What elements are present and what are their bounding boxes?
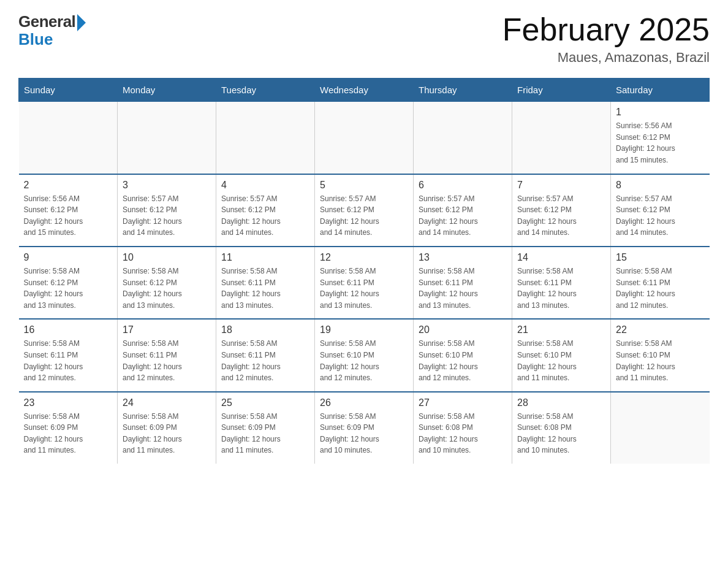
calendar-cell: 10Sunrise: 5:58 AMSunset: 6:12 PMDayligh… — [118, 247, 216, 319]
day-of-week-header: Wednesday — [315, 79, 414, 102]
day-number: 10 — [123, 252, 211, 263]
calendar-cell: 18Sunrise: 5:58 AMSunset: 6:11 PMDayligh… — [216, 319, 315, 391]
day-of-week-header: Tuesday — [216, 79, 315, 102]
day-info: Sunrise: 5:58 AMSunset: 6:11 PMDaylight:… — [123, 338, 211, 383]
day-number: 18 — [221, 324, 309, 335]
day-number: 22 — [616, 324, 705, 335]
day-info: Sunrise: 5:58 AMSunset: 6:08 PMDaylight:… — [419, 411, 507, 456]
day-info: Sunrise: 5:58 AMSunset: 6:11 PMDaylight:… — [517, 266, 605, 311]
day-number: 8 — [616, 180, 705, 191]
calendar-cell: 16Sunrise: 5:58 AMSunset: 6:11 PMDayligh… — [19, 319, 118, 391]
calendar-cell: 25Sunrise: 5:58 AMSunset: 6:09 PMDayligh… — [216, 392, 315, 464]
calendar-cell: 20Sunrise: 5:58 AMSunset: 6:10 PMDayligh… — [414, 319, 512, 391]
calendar-cell: 27Sunrise: 5:58 AMSunset: 6:08 PMDayligh… — [414, 392, 512, 464]
day-info: Sunrise: 5:58 AMSunset: 6:11 PMDaylight:… — [419, 266, 507, 311]
day-number: 23 — [24, 397, 113, 408]
day-info: Sunrise: 5:58 AMSunset: 6:11 PMDaylight:… — [221, 338, 309, 383]
day-number: 2 — [24, 180, 113, 191]
calendar-cell — [414, 102, 512, 174]
calendar-cell: 19Sunrise: 5:58 AMSunset: 6:10 PMDayligh… — [315, 319, 414, 391]
day-number: 26 — [320, 397, 408, 408]
calendar-cell: 7Sunrise: 5:57 AMSunset: 6:12 PMDaylight… — [512, 174, 611, 247]
day-info: Sunrise: 5:58 AMSunset: 6:11 PMDaylight:… — [616, 266, 705, 311]
calendar-cell: 1Sunrise: 5:56 AMSunset: 6:12 PMDaylight… — [611, 102, 710, 174]
day-info: Sunrise: 5:58 AMSunset: 6:12 PMDaylight:… — [24, 266, 113, 311]
calendar-cell: 3Sunrise: 5:57 AMSunset: 6:12 PMDaylight… — [118, 174, 216, 247]
day-number: 11 — [221, 252, 309, 263]
day-info: Sunrise: 5:58 AMSunset: 6:09 PMDaylight:… — [221, 411, 309, 456]
day-number: 7 — [517, 180, 605, 191]
calendar-week-row: 2Sunrise: 5:56 AMSunset: 6:12 PMDaylight… — [19, 174, 710, 247]
day-info: Sunrise: 5:57 AMSunset: 6:12 PMDaylight:… — [616, 193, 705, 239]
day-number: 20 — [419, 324, 507, 335]
calendar-cell: 2Sunrise: 5:56 AMSunset: 6:12 PMDaylight… — [19, 174, 118, 247]
calendar-cell: 14Sunrise: 5:58 AMSunset: 6:11 PMDayligh… — [512, 247, 611, 319]
calendar-cell: 5Sunrise: 5:57 AMSunset: 6:12 PMDaylight… — [315, 174, 414, 247]
calendar-cell: 26Sunrise: 5:58 AMSunset: 6:09 PMDayligh… — [315, 392, 414, 464]
day-number: 25 — [221, 397, 309, 408]
calendar-cell: 21Sunrise: 5:58 AMSunset: 6:10 PMDayligh… — [512, 319, 611, 391]
day-info: Sunrise: 5:58 AMSunset: 6:10 PMDaylight:… — [616, 338, 705, 383]
day-number: 28 — [517, 397, 605, 408]
calendar-week-row: 9Sunrise: 5:58 AMSunset: 6:12 PMDaylight… — [19, 247, 710, 319]
day-info: Sunrise: 5:58 AMSunset: 6:11 PMDaylight:… — [221, 266, 309, 311]
day-info: Sunrise: 5:57 AMSunset: 6:12 PMDaylight:… — [123, 193, 211, 239]
day-info: Sunrise: 5:56 AMSunset: 6:12 PMDaylight:… — [24, 193, 113, 239]
month-title: February 2025 — [502, 12, 710, 47]
day-info: Sunrise: 5:57 AMSunset: 6:12 PMDaylight:… — [221, 193, 309, 239]
day-info: Sunrise: 5:58 AMSunset: 6:09 PMDaylight:… — [24, 411, 113, 456]
day-info: Sunrise: 5:58 AMSunset: 6:11 PMDaylight:… — [24, 338, 113, 383]
day-number: 15 — [616, 252, 705, 263]
logo-blue-text: Blue — [18, 30, 53, 49]
calendar-week-row: 23Sunrise: 5:58 AMSunset: 6:09 PMDayligh… — [19, 392, 710, 464]
day-info: Sunrise: 5:58 AMSunset: 6:11 PMDaylight:… — [320, 266, 408, 311]
calendar-cell — [19, 102, 118, 174]
calendar-cell: 24Sunrise: 5:58 AMSunset: 6:09 PMDayligh… — [118, 392, 216, 464]
day-of-week-header: Sunday — [19, 79, 118, 102]
calendar-cell: 15Sunrise: 5:58 AMSunset: 6:11 PMDayligh… — [611, 247, 710, 319]
calendar-cell: 6Sunrise: 5:57 AMSunset: 6:12 PMDaylight… — [414, 174, 512, 247]
day-info: Sunrise: 5:58 AMSunset: 6:10 PMDaylight:… — [517, 338, 605, 383]
day-number: 12 — [320, 252, 408, 263]
day-number: 4 — [221, 180, 309, 191]
day-info: Sunrise: 5:57 AMSunset: 6:12 PMDaylight:… — [320, 193, 408, 239]
day-number: 3 — [123, 180, 211, 191]
calendar-cell — [512, 102, 611, 174]
day-number: 6 — [419, 180, 507, 191]
day-info: Sunrise: 5:57 AMSunset: 6:12 PMDaylight:… — [517, 193, 605, 239]
calendar-cell: 12Sunrise: 5:58 AMSunset: 6:11 PMDayligh… — [315, 247, 414, 319]
day-of-week-header: Thursday — [414, 79, 512, 102]
day-number: 19 — [320, 324, 408, 335]
day-of-week-header: Friday — [512, 79, 611, 102]
day-info: Sunrise: 5:58 AMSunset: 6:10 PMDaylight:… — [320, 338, 408, 383]
calendar-cell: 9Sunrise: 5:58 AMSunset: 6:12 PMDaylight… — [19, 247, 118, 319]
calendar-cell: 17Sunrise: 5:58 AMSunset: 6:11 PMDayligh… — [118, 319, 216, 391]
calendar-cell: 22Sunrise: 5:58 AMSunset: 6:10 PMDayligh… — [611, 319, 710, 391]
title-block: February 2025 Maues, Amazonas, Brazil — [502, 12, 710, 66]
day-of-week-header: Saturday — [611, 79, 710, 102]
calendar-week-row: 1Sunrise: 5:56 AMSunset: 6:12 PMDaylight… — [19, 102, 710, 174]
calendar-cell — [611, 392, 710, 464]
day-number: 1 — [616, 107, 705, 118]
calendar-cell: 4Sunrise: 5:57 AMSunset: 6:12 PMDaylight… — [216, 174, 315, 247]
logo-general-text: General — [18, 12, 75, 31]
day-number: 14 — [517, 252, 605, 263]
location-title: Maues, Amazonas, Brazil — [502, 50, 710, 66]
calendar-table: SundayMondayTuesdayWednesdayThursdayFrid… — [18, 78, 710, 464]
calendar-cell: 23Sunrise: 5:58 AMSunset: 6:09 PMDayligh… — [19, 392, 118, 464]
day-of-week-header: Monday — [118, 79, 216, 102]
calendar-cell — [315, 102, 414, 174]
day-number: 27 — [419, 397, 507, 408]
day-info: Sunrise: 5:56 AMSunset: 6:12 PMDaylight:… — [616, 120, 705, 166]
page-header: General Blue February 2025 Maues, Amazon… — [18, 12, 710, 66]
calendar-cell: 28Sunrise: 5:58 AMSunset: 6:08 PMDayligh… — [512, 392, 611, 464]
day-number: 5 — [320, 180, 408, 191]
calendar-cell: 8Sunrise: 5:57 AMSunset: 6:12 PMDaylight… — [611, 174, 710, 247]
calendar-cell: 13Sunrise: 5:58 AMSunset: 6:11 PMDayligh… — [414, 247, 512, 319]
day-info: Sunrise: 5:58 AMSunset: 6:10 PMDaylight:… — [419, 338, 507, 383]
day-number: 9 — [24, 252, 113, 263]
day-number: 24 — [123, 397, 211, 408]
day-number: 21 — [517, 324, 605, 335]
day-info: Sunrise: 5:58 AMSunset: 6:09 PMDaylight:… — [320, 411, 408, 456]
day-info: Sunrise: 5:58 AMSunset: 6:12 PMDaylight:… — [123, 266, 211, 311]
